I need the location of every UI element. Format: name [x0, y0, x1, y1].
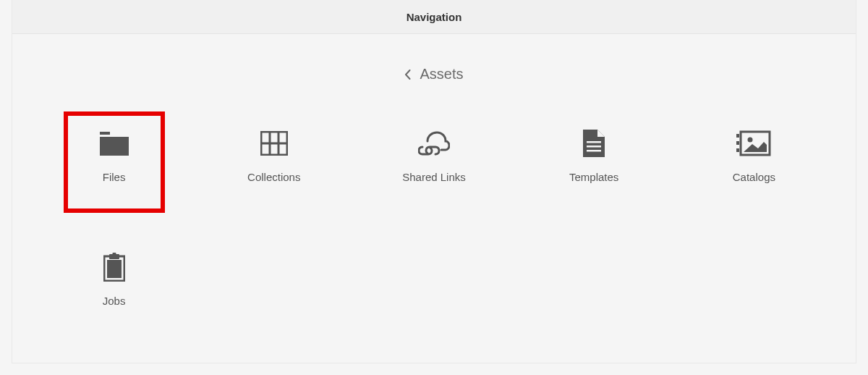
tile-catalogs[interactable]: Catalogs — [674, 116, 834, 196]
svg-rect-7 — [587, 141, 601, 143]
tile-files[interactable]: Files — [34, 116, 194, 196]
chevron-left-icon — [404, 69, 411, 80]
svg-rect-17 — [109, 254, 119, 259]
grid-icon — [260, 129, 288, 158]
svg-rect-11 — [736, 134, 739, 138]
svg-rect-2 — [100, 135, 129, 136]
clipboard-icon — [103, 253, 125, 282]
document-icon — [583, 129, 605, 158]
tile-collections[interactable]: Collections — [194, 116, 354, 196]
svg-rect-9 — [587, 150, 601, 152]
breadcrumb-label: Assets — [420, 66, 463, 83]
folder-icon — [98, 129, 130, 158]
tile-jobs[interactable]: Jobs — [34, 240, 194, 320]
tile-label: Files — [103, 171, 126, 183]
tile-label: Catalogs — [733, 171, 775, 183]
svg-rect-18 — [112, 253, 116, 255]
svg-point-14 — [748, 138, 753, 143]
svg-rect-0 — [100, 137, 129, 156]
header-title: Navigation — [407, 11, 462, 23]
breadcrumb-back[interactable]: Assets — [12, 66, 856, 83]
image-catalog-icon — [736, 129, 771, 158]
svg-rect-16 — [107, 260, 122, 278]
tiles-grid: Files Collections — [12, 83, 856, 320]
svg-rect-8 — [587, 146, 601, 148]
tile-label: Jobs — [103, 295, 126, 307]
tile-label: Collections — [247, 171, 300, 183]
navigation-header: Navigation — [12, 0, 856, 34]
highlight-box — [64, 111, 165, 213]
svg-rect-13 — [736, 148, 739, 152]
tile-label: Templates — [569, 171, 618, 183]
tile-shared-links[interactable]: Shared Links — [354, 116, 514, 196]
tile-label: Shared Links — [402, 171, 466, 183]
tile-templates[interactable]: Templates — [514, 116, 674, 196]
svg-rect-12 — [736, 141, 739, 145]
link-cloud-icon — [418, 129, 450, 158]
